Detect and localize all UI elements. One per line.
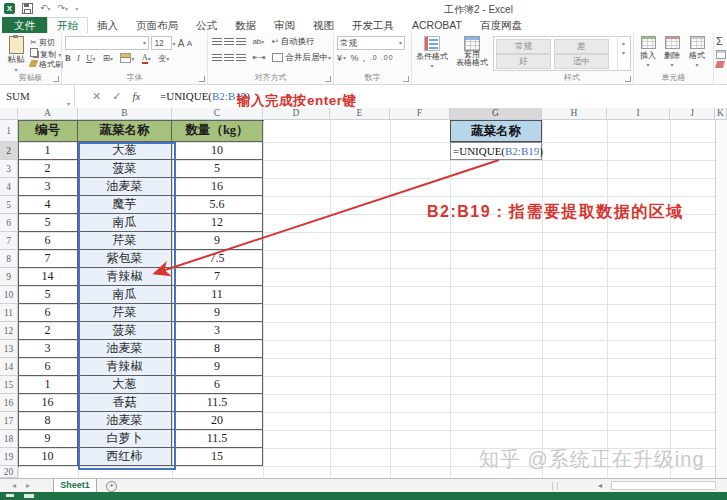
cell-B3[interactable]: 菠菜 — [78, 160, 172, 178]
cell-A7[interactable]: 6 — [18, 232, 78, 250]
wrap-text-button[interactable]: 自动换行 — [281, 36, 315, 46]
tab-review[interactable]: 审阅 — [265, 17, 304, 33]
align-top-icon[interactable] — [212, 38, 222, 46]
italic-button[interactable]: I — [77, 53, 80, 63]
number-dialog-launcher-icon[interactable] — [403, 76, 409, 82]
table-header-cell[interactable]: 编号 — [18, 120, 78, 142]
column-header-F[interactable]: F — [390, 108, 450, 120]
font-name-input[interactable]: ▾ — [65, 36, 149, 50]
enter-icon[interactable]: ✓ — [112, 90, 121, 102]
delete-cells-button[interactable]: 删除▾ — [661, 36, 683, 68]
tab-formulas[interactable]: 公式 — [187, 17, 226, 33]
column-header-J[interactable]: J — [670, 108, 715, 120]
row-header-19[interactable]: 19 — [0, 448, 18, 466]
row-header-1[interactable]: 1 — [0, 120, 18, 142]
style-gallery-item-4[interactable]: 适中 — [554, 54, 609, 69]
cell-A6[interactable]: 5 — [18, 214, 78, 232]
tab-data[interactable]: 数据 — [226, 17, 265, 33]
sheet-nav-left-icon[interactable]: ◂ — [12, 480, 16, 492]
styles-dialog-launcher-icon[interactable] — [625, 76, 631, 82]
clear-icon[interactable] — [715, 61, 725, 68]
row-header-8[interactable]: 8 — [0, 250, 18, 268]
row-header-13[interactable]: 13 — [0, 340, 18, 358]
cell-B17[interactable]: 油麦菜 — [78, 412, 172, 430]
cell-A8[interactable]: 7 — [18, 250, 78, 268]
tab-baidu-pan[interactable]: 百度网盘 — [471, 17, 531, 33]
cell-A13[interactable]: 3 — [18, 340, 78, 358]
fill-color-icon[interactable] — [120, 53, 131, 63]
cell-C15[interactable]: 6 — [172, 376, 263, 394]
column-header-G[interactable]: G — [450, 108, 542, 120]
cell-B13[interactable]: 油麦菜 — [78, 340, 172, 358]
align-center-icon[interactable] — [224, 54, 234, 62]
percent-style-icon[interactable]: % — [350, 53, 359, 63]
column-header-B[interactable]: B — [78, 108, 172, 120]
cut-button[interactable]: ✂ 剪切 — [30, 37, 55, 48]
cell-C8[interactable]: 7.5 — [172, 250, 263, 268]
style-gallery-item-1[interactable]: 常规 — [496, 39, 551, 54]
cell-B14[interactable]: 青辣椒 — [78, 358, 172, 376]
align-bottom-icon[interactable] — [236, 38, 246, 46]
customize-qat-icon[interactable]: ▾ — [75, 5, 78, 12]
vertical-scrollbar[interactable] — [715, 120, 727, 478]
autosum-icon[interactable]: Σ — [716, 35, 723, 47]
cell-B6[interactable]: 南瓜 — [78, 214, 172, 232]
cell-B18[interactable]: 白萝卜 — [78, 430, 172, 448]
row-header-10[interactable]: 10 — [0, 286, 18, 304]
row-header-4[interactable]: 4 — [0, 178, 18, 196]
cell-G1[interactable]: 蔬菜名称 — [450, 120, 542, 142]
row-header-18[interactable]: 18 — [0, 430, 18, 448]
cell-C12[interactable]: 3 — [172, 322, 263, 340]
row-header-12[interactable]: 12 — [0, 322, 18, 340]
orientation-icon[interactable]: ab — [252, 37, 261, 46]
tab-developer[interactable]: 开发工具 — [343, 17, 403, 33]
clipboard-dialog-launcher-icon[interactable] — [53, 76, 59, 82]
row-header-7[interactable]: 7 — [0, 232, 18, 250]
tab-acrobat[interactable]: ACROBAT — [403, 17, 471, 33]
cell-C5[interactable]: 5.6 — [172, 196, 263, 214]
cell-B8[interactable]: 紫包菜 — [78, 250, 172, 268]
bold-button[interactable]: B — [65, 53, 71, 63]
cell-C7[interactable]: 9 — [172, 232, 263, 250]
hscroll-left-icon[interactable]: ◂ — [598, 480, 602, 492]
insert-function-icon[interactable]: fx — [133, 90, 141, 102]
cell-G2-formula[interactable]: =UNIQUE(B2:B19) — [450, 142, 542, 160]
align-right-icon[interactable] — [236, 54, 246, 62]
cell-B12[interactable]: 菠菜 — [78, 322, 172, 340]
cell-B4[interactable]: 油麦菜 — [78, 178, 172, 196]
save-icon[interactable] — [22, 3, 33, 14]
cell-A17[interactable]: 8 — [18, 412, 78, 430]
align-left-icon[interactable] — [212, 54, 222, 62]
tab-insert[interactable]: 插入 — [88, 17, 127, 33]
tab-home[interactable]: 开始 — [47, 17, 88, 33]
cell-A9[interactable]: 14 — [18, 268, 78, 286]
borders-icon[interactable]: ⊞ — [103, 53, 110, 63]
cell-C10[interactable]: 11 — [172, 286, 263, 304]
cell-C14[interactable]: 9 — [172, 358, 263, 376]
cell-C17[interactable]: 20 — [172, 412, 263, 430]
horizontal-scrollbar[interactable] — [611, 481, 716, 490]
style-gallery-item-2[interactable]: 差 — [554, 39, 609, 54]
cancel-icon[interactable]: ✕ — [92, 90, 101, 102]
row-header-6[interactable]: 6 — [0, 214, 18, 232]
redo-icon[interactable]: ↷▾ — [58, 2, 69, 15]
column-header-A[interactable]: A — [18, 108, 78, 120]
row-header-17[interactable]: 17 — [0, 412, 18, 430]
paste-button[interactable]: 粘贴 ▾ — [5, 36, 27, 73]
tab-file[interactable]: 文件 — [2, 17, 47, 33]
cell-A18[interactable]: 9 — [18, 430, 78, 448]
table-header-cell[interactable]: 数量（kg） — [172, 120, 263, 142]
cell-B7[interactable]: 芹菜 — [78, 232, 172, 250]
row-header-9[interactable]: 9 — [0, 268, 18, 286]
cell-C6[interactable]: 12 — [172, 214, 263, 232]
cell-C3[interactable]: 5 — [172, 160, 263, 178]
format-painter-button[interactable]: 格式刷 — [30, 59, 63, 70]
column-header-H[interactable]: H — [542, 108, 607, 120]
fill-icon[interactable] — [716, 50, 726, 59]
row-header-16[interactable]: 16 — [0, 394, 18, 412]
format-cells-button[interactable]: 格式▾ — [686, 36, 708, 68]
cell-A3[interactable]: 2 — [18, 160, 78, 178]
decrease-decimal-icon[interactable]: .00 — [381, 54, 394, 61]
row-header-20[interactable]: 20 — [0, 466, 18, 478]
column-header-I[interactable]: I — [607, 108, 670, 120]
